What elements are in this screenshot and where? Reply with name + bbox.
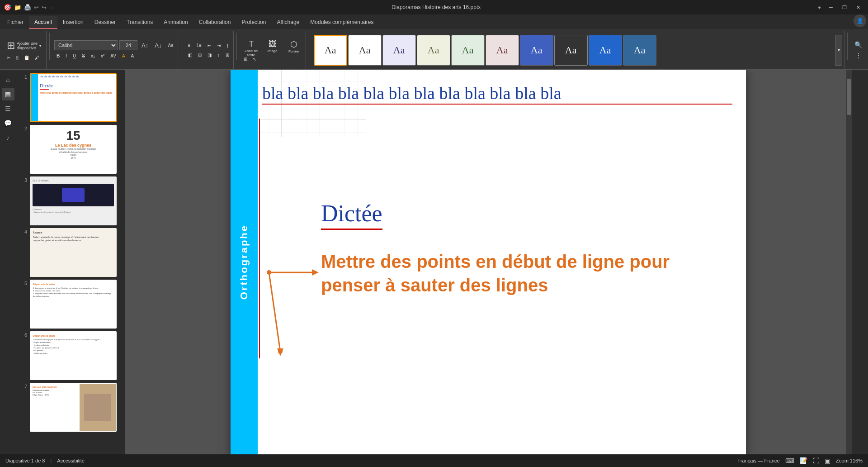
shape-button[interactable]: ⬡ Forme: [284, 37, 304, 54]
italic-button[interactable]: I: [63, 52, 69, 60]
tab-fichier[interactable]: Fichier: [2, 16, 29, 29]
font-spacing-button[interactable]: AV: [108, 52, 118, 60]
cut-button[interactable]: ✂: [5, 54, 13, 62]
font-color-button[interactable]: A: [120, 52, 127, 60]
tab-modules[interactable]: Modules complémentaires: [305, 16, 379, 29]
slide-thumb-3[interactable]: 51 à 18 minutes • Observez • Essayez de …: [30, 176, 117, 225]
font-name-select[interactable]: Calibri: [54, 40, 118, 50]
paste-button[interactable]: 📋: [22, 54, 32, 62]
slide-item-4[interactable]: 4 À savoir Ballet : spectacle de danse c…: [20, 228, 121, 277]
slide-thumb-2[interactable]: 15 Le Lac des cygnes Œuvre multiple : co…: [30, 125, 117, 174]
underline-button[interactable]: U: [71, 52, 78, 60]
notes-toggle-icon[interactable]: 📝: [800, 457, 807, 464]
align-center-button[interactable]: ⊟: [196, 51, 204, 59]
slide-item-3[interactable]: 3 51 à 18 minutes • Observez • Essayez d…: [20, 176, 121, 225]
slide5-label: Départ près la scène: [33, 283, 113, 286]
strikethrough-button[interactable]: S: [80, 52, 87, 60]
format-painter-button[interactable]: 🖌: [33, 54, 42, 62]
slide-item-2[interactable]: 2 15 Le Lac des cygnes Œuvre multiple : …: [20, 125, 121, 174]
style-box-6[interactable]: Aa: [486, 35, 519, 66]
increase-font-button[interactable]: A↑: [139, 41, 151, 50]
fit-slide-icon[interactable]: ⛶: [813, 457, 819, 464]
indent-decrease-button[interactable]: ⇤: [205, 42, 213, 49]
style-box-3[interactable]: Aa: [382, 35, 416, 66]
tab-collaboration[interactable]: Collaboration: [193, 16, 236, 29]
arrange-button[interactable]: ⊞: [241, 55, 250, 63]
instruction-text: Mettre des points en début de ligne pour…: [321, 250, 719, 297]
separator-5: [847, 33, 848, 60]
slide-thumb-1[interactable]: bla bla bla bla bla bla bla bla bla bla …: [30, 73, 117, 122]
tab-affichage[interactable]: Affichage: [271, 16, 305, 29]
nav-comments-icon[interactable]: 💬: [2, 117, 14, 129]
slide-item-5[interactable]: 5 Départ près la scène 1. Les cygnes se …: [20, 280, 121, 329]
highlight-button[interactable]: A: [129, 52, 137, 60]
line-spacing-button[interactable]: ↕: [215, 51, 222, 59]
clear-format-button[interactable]: Aa: [165, 42, 175, 49]
tab-accueil[interactable]: Accueil: [29, 16, 57, 29]
image-button[interactable]: 🖼 Image: [263, 37, 283, 54]
subscript-button[interactable]: x₂: [89, 52, 97, 60]
text-direction-button[interactable]: ⊞: [223, 51, 231, 59]
slide-number-1: 1: [20, 74, 27, 80]
nav-notes-icon[interactable]: ♪: [2, 131, 14, 144]
tab-protection[interactable]: Protection: [236, 16, 271, 29]
style-box-4[interactable]: Aa: [417, 35, 450, 66]
scrollbar-thumb[interactable]: [847, 79, 851, 115]
numbered-list-button[interactable]: 1≡: [194, 42, 203, 49]
indent-increase-button[interactable]: ⇥: [215, 42, 223, 49]
vertical-scrollbar[interactable]: [846, 70, 852, 454]
slide-item-1[interactable]: 1 bla bla bla bla bla bla bla bla bla bl…: [20, 73, 121, 122]
style-box-5[interactable]: Aa: [451, 35, 485, 66]
svg-marker-5: [312, 269, 319, 276]
style-box-8[interactable]: Aa: [554, 35, 588, 66]
ribbon-group-drawing: T Zone detexte 🖼 Image ⬡ Forme ⊞ ↖: [240, 31, 306, 69]
tab-dessiner[interactable]: Dessiner: [89, 16, 121, 29]
more-button[interactable]: ⋮: [853, 51, 864, 61]
style-box-10[interactable]: Aa: [623, 35, 656, 66]
add-slide-button[interactable]: ⊞ Ajouter unediapositive ▾: [5, 38, 43, 53]
close-button[interactable]: ✕: [852, 3, 864, 12]
bold-button[interactable]: B: [54, 52, 62, 60]
restore-button[interactable]: ❐: [838, 3, 851, 12]
slide-thumb-6[interactable]: Départ près la scène Comment le chorégra…: [30, 331, 117, 380]
ribbon: ⊞ Ajouter unediapositive ▾ ✂ ⎘ 📋 🖌 Calib…: [0, 29, 868, 70]
decrease-font-button[interactable]: A↓: [152, 41, 164, 50]
style-box-2[interactable]: Aa: [348, 35, 382, 66]
align-right-button[interactable]: ◨: [205, 51, 214, 59]
slide-thumb-5[interactable]: Départ près la scène 1. Les cygnes se po…: [30, 280, 117, 329]
tab-animation[interactable]: Animation: [158, 16, 193, 29]
add-slide-dropdown-icon[interactable]: ▾: [39, 44, 41, 48]
font-size-input[interactable]: [119, 40, 137, 50]
slide-item-6[interactable]: 6 Départ près la scène Comment le chorég…: [20, 331, 121, 380]
superscript-button[interactable]: x²: [99, 52, 107, 60]
normal-view-icon[interactable]: ▣: [825, 457, 830, 464]
slide-thumb-7[interactable]: Le Lac des cygnes Répétition d'un ballet…: [30, 383, 117, 432]
tab-insertion[interactable]: Insertion: [57, 16, 89, 29]
style-box-7[interactable]: Aa: [520, 35, 553, 66]
style-box-9[interactable]: Aa: [589, 35, 622, 66]
columns-button[interactable]: ⫿: [224, 42, 231, 49]
minimize-button[interactable]: ─: [825, 3, 837, 12]
text-zone-button[interactable]: T Zone detexte: [241, 37, 261, 54]
slide-number-7: 7: [20, 384, 27, 389]
bullet-list-button[interactable]: ≡: [186, 42, 193, 49]
bottom-bar: Diapositive 1 de 8 | Accessibilité Franç…: [0, 454, 868, 467]
select-button[interactable]: ↖: [250, 55, 259, 63]
nav-home-icon[interactable]: ⌂: [2, 73, 14, 86]
nav-slides-icon[interactable]: ▤: [2, 88, 14, 100]
tab-transitions[interactable]: Transitions: [121, 16, 158, 29]
style-box-1[interactable]: Aa: [314, 35, 347, 66]
slide-number-5: 5: [20, 281, 27, 286]
account-icon[interactable]: 👤: [854, 14, 866, 27]
copy-button[interactable]: ⎘: [14, 54, 21, 62]
slide-number-2: 2: [20, 126, 27, 131]
find-button[interactable]: 🔍: [852, 40, 864, 50]
slide-item-7[interactable]: 7 Le Lac des cygnes Répétition d'un ball…: [20, 383, 121, 432]
instruction-line1: Mettre des points en début de ligne pour: [321, 252, 670, 272]
ribbon-group-font: Calibri A↑ A↓ Aa B I U S x₂ x² AV A A: [52, 31, 178, 69]
slide-thumb-4[interactable]: À savoir Ballet : spectacle de danse cla…: [30, 228, 117, 277]
nav-outline-icon[interactable]: ☰: [2, 102, 14, 115]
slide4-label: À savoir: [33, 231, 113, 234]
align-left-button[interactable]: ◧: [186, 51, 194, 59]
styles-more-button[interactable]: ▾: [835, 35, 842, 66]
